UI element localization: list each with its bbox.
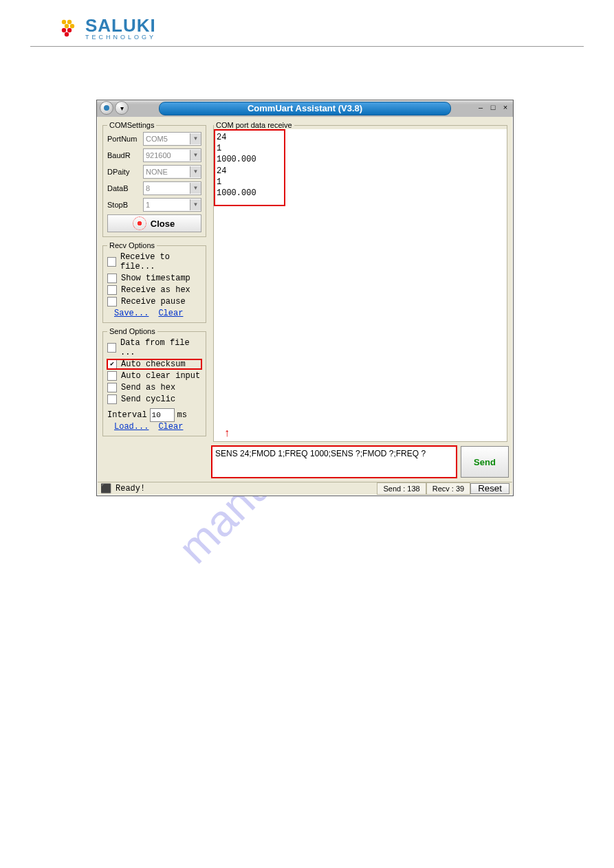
auto-clear-input-label: Auto clear input [121, 371, 200, 381]
reset-button[interactable]: Reset [470, 483, 509, 494]
maximize-button[interactable]: □ [488, 103, 498, 111]
auto-checksum-label: Auto checksum [121, 359, 186, 369]
brand-logo-icon [58, 17, 81, 41]
show-timestamp-checkbox[interactable] [107, 274, 117, 283]
arrow-up-icon: ↑ [224, 427, 230, 438]
receive-as-hex-label: Receive as hex [121, 285, 190, 295]
recv-save-link[interactable]: Save... [114, 309, 149, 318]
interval-unit: ms [177, 410, 187, 420]
svg-point-0 [62, 19, 66, 23]
close-port-button[interactable]: Close [107, 214, 201, 232]
interval-label: Interval [107, 410, 147, 420]
app-window: ▾ CommUart Assistant (V3.8) – □ × COMSet… [96, 100, 514, 496]
recv-options-legend: Recv Options [107, 241, 157, 249]
chevron-down-icon[interactable]: ▼ [190, 133, 201, 144]
send-load-link[interactable]: Load... [114, 422, 149, 432]
receive-to-file-label: Receive to file... [120, 252, 201, 271]
chevron-down-icon[interactable]: ▼ [190, 166, 201, 177]
chevron-down-icon[interactable]: ▼ [190, 183, 201, 194]
svg-point-6 [65, 32, 69, 36]
data-from-file-checkbox[interactable] [107, 343, 116, 353]
app-icon[interactable] [100, 101, 113, 115]
auto-clear-input-checkbox[interactable] [107, 371, 117, 381]
receive-pause-label: Receive pause [121, 297, 186, 307]
send-cyclic-checkbox[interactable] [107, 394, 117, 404]
chevron-down-icon[interactable]: ▼ [190, 199, 201, 210]
send-options-legend: Send Options [107, 327, 157, 335]
parity-select[interactable]: NONE ▼ [143, 165, 201, 179]
show-timestamp-label: Show timestamp [121, 274, 190, 283]
brand-tagline: TECHNOLOGY [85, 34, 156, 41]
window-title: CommUart Assistant (V3.8) [159, 102, 451, 115]
datab-label: DataB [107, 184, 140, 192]
dropdown-icon[interactable]: ▾ [115, 101, 129, 115]
status-recv: Recv : 39 [426, 482, 470, 495]
send-button[interactable]: Send [461, 446, 509, 478]
recv-clear-link[interactable]: Clear [158, 309, 183, 318]
svg-point-2 [65, 23, 69, 27]
close-port-label: Close [151, 219, 175, 229]
portnum-select[interactable]: COM5 ▼ [143, 132, 201, 146]
send-cyclic-label: Send cyclic [121, 394, 175, 404]
svg-point-5 [67, 27, 72, 32]
receive-group: COM port data receive 24 1 1000.000 24 1… [213, 121, 507, 442]
send-as-hex-checkbox[interactable] [107, 383, 117, 392]
data-from-file-label: Data from file ... [120, 338, 201, 357]
status-send: Send : 138 [377, 482, 426, 495]
send-input-text: SENS 24;FMOD 1;FREQ 1000;SENS ?;FMOD ?;F… [215, 449, 426, 458]
ready-indicator-icon: ⬛ [100, 483, 111, 494]
recv-options-group: Recv Options Receive to file... Show tim… [102, 241, 206, 323]
stopb-select[interactable]: 1 ▼ [143, 198, 201, 212]
minimize-button[interactable]: – [476, 103, 485, 111]
receive-to-file-checkbox[interactable] [107, 257, 116, 267]
baud-value: 921600 [146, 151, 171, 159]
baud-select[interactable]: 921600 ▼ [143, 148, 201, 162]
chevron-down-icon[interactable]: ▼ [190, 150, 201, 161]
svg-point-7 [104, 105, 109, 111]
status-ready: Ready! [116, 484, 145, 493]
record-icon [134, 218, 145, 229]
stopb-value: 1 [146, 201, 150, 209]
receive-textarea[interactable]: 24 1 1000.000 24 1 1000.000 ↑ [214, 129, 507, 441]
close-window-button[interactable]: × [501, 103, 510, 111]
svg-point-4 [62, 27, 66, 32]
send-input[interactable]: SENS 24;FMOD 1;FREQ 1000;SENS ?;FMOD ?;F… [212, 446, 457, 478]
titlebar[interactable]: ▾ CommUart Assistant (V3.8) – □ × [97, 100, 513, 117]
interval-input[interactable] [150, 408, 175, 422]
stopb-label: StopB [107, 201, 140, 209]
received-data-text: 24 1 1000.000 24 1 1000.000 [214, 129, 507, 201]
brand-name: SALUKI [85, 16, 156, 34]
send-clear-link[interactable]: Clear [158, 422, 183, 432]
send-options-group: Send Options Data from file ... ✔ Auto c… [102, 327, 206, 436]
com-settings-legend: COMSettings [107, 121, 156, 129]
send-as-hex-label: Send as hex [121, 383, 175, 392]
portnum-label: PortNum [107, 135, 140, 143]
baud-label: BaudR [107, 151, 140, 159]
svg-point-1 [67, 19, 72, 23]
statusbar: ⬛ Ready! Send : 138 Recv : 39 Reset [98, 482, 512, 495]
svg-point-3 [70, 23, 74, 27]
receive-legend: COM port data receive [214, 121, 294, 129]
datab-select[interactable]: 8 ▼ [143, 181, 201, 195]
portnum-value: COM5 [146, 135, 168, 143]
auto-checksum-checkbox[interactable]: ✔ [107, 359, 117, 369]
com-settings-group: COMSettings PortNum COM5 ▼ BaudR 921600 … [102, 121, 206, 237]
parity-value: NONE [146, 168, 168, 176]
page-brand-header: SALUKI TECHNOLOGY [30, 0, 584, 47]
parity-label: DPaity [107, 168, 140, 176]
receive-as-hex-checkbox[interactable] [107, 285, 117, 295]
receive-pause-checkbox[interactable] [107, 297, 117, 307]
datab-value: 8 [146, 184, 150, 192]
